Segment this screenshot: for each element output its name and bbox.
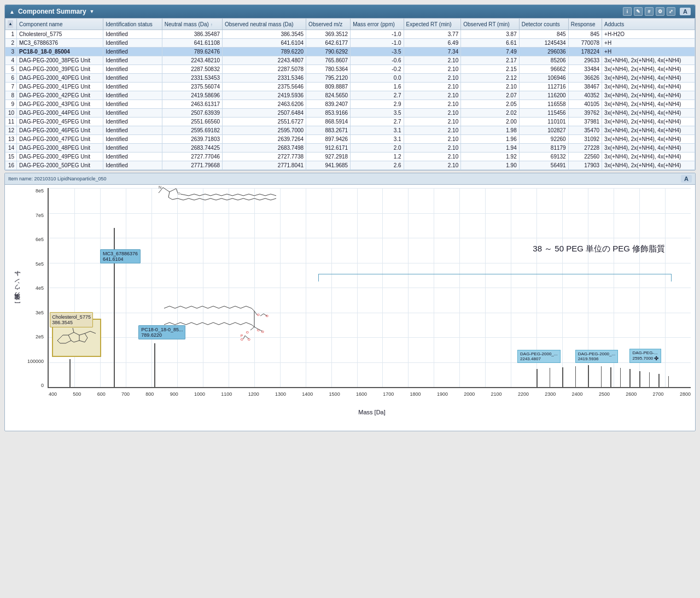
- dag-38-label-value: 2243.4807: [520, 356, 557, 361]
- x-tick-2500: 2500: [599, 391, 610, 397]
- cell-status: Identified: [103, 109, 162, 118]
- svg-text:O: O: [266, 314, 269, 318]
- col-mass-error[interactable]: Mass error (ppm): [351, 19, 404, 30]
- table-row[interactable]: 3 PC18-0_18-0_85004 Identified 789.62476…: [5, 48, 695, 56]
- cell-mass-error: 2.7: [351, 91, 404, 100]
- peg-annotation: 38 ～ 50 PEG 単位の PEG 修飾脂質: [533, 244, 665, 254]
- cell-mass-error: 3.1: [351, 135, 404, 144]
- settings-icon-btn[interactable]: ⚙: [656, 7, 664, 16]
- grid-v-12: [357, 188, 358, 387]
- cell-name: PC18-0_18-0_85004: [17, 48, 103, 56]
- table-row[interactable]: 4 DAG-PEG-2000_38PEG Unit Identified 224…: [5, 56, 695, 65]
- col-num[interactable]: ▲: [5, 19, 17, 30]
- cell-status: Identified: [103, 30, 162, 39]
- x-tick-1500: 1500: [329, 391, 340, 397]
- cell-num: 16: [5, 161, 17, 170]
- y-tick-labels: 8e5 7e5 6e5 5e5 4e5 3e5 2e5 100000 0: [25, 188, 48, 388]
- cell-adducts: 3x(+NH4), 2x(+NH4), 4x(+NH4): [602, 126, 695, 135]
- y-tick-5e5: 5e5: [36, 261, 45, 267]
- x-tick-2200: 2200: [518, 391, 529, 397]
- cell-observed-rt: 2.15: [461, 65, 520, 74]
- cell-detector-counts: 81179: [519, 144, 568, 153]
- cell-mass-error: 2.6: [351, 161, 404, 170]
- cell-expected-rt: 2.10: [404, 65, 461, 74]
- cell-obs-neutral-mass: 2419.5936: [223, 91, 306, 100]
- svg-line-2: [68, 335, 71, 341]
- cell-mass-error: 3.1: [351, 126, 404, 135]
- cell-adducts: 3x(+NH4), 2x(+NH4), 4x(+NH4): [602, 144, 695, 153]
- cell-obs-neutral-mass: 2551.6727: [223, 118, 306, 126]
- cell-obs-mz: 941.9685: [306, 161, 351, 170]
- x-tick-400: 400: [49, 391, 57, 397]
- cell-detector-counts: 116558: [519, 100, 568, 109]
- col-obs-mz[interactable]: Observed m/z: [306, 19, 351, 30]
- table-row[interactable]: 11 DAG-PEG-2000_45PEG Unit Identified 25…: [5, 118, 695, 126]
- table-row[interactable]: 15 DAG-PEG-2000_49PEG Unit Identified 27…: [5, 153, 695, 161]
- svg-text:O: O: [257, 313, 260, 316]
- svg-line-3: [66, 341, 71, 343]
- table-row[interactable]: 16 DAG-PEG-2000_50PEG Unit Identified 27…: [5, 161, 695, 170]
- x-tick-2600: 2600: [626, 391, 637, 397]
- peak-pc18: [154, 343, 155, 387]
- table-row[interactable]: 5 DAG-PEG-2000_39PEG Unit Identified 228…: [5, 65, 695, 74]
- cell-obs-mz: 897.9426: [306, 135, 351, 144]
- cell-detector-counts: 85206: [519, 56, 568, 65]
- dag-46-label-name: DAG-PEG-...: [632, 350, 658, 355]
- info-icon-btn[interactable]: i: [623, 7, 632, 16]
- cell-expected-rt: 2.10: [404, 83, 461, 91]
- cholesterol-label-value: 386.3545: [52, 320, 91, 325]
- cell-name: DAG-PEG-2000_41PEG Unit: [17, 83, 103, 91]
- cell-expected-rt: 6.49: [404, 39, 461, 48]
- col-expected-rt[interactable]: Expected RT (min): [404, 19, 461, 30]
- svg-line-14: [79, 341, 85, 342]
- cell-obs-neutral-mass: 2727.7738: [223, 153, 306, 161]
- cell-observed-rt: 2.12: [461, 74, 520, 83]
- svg-line-24: [180, 194, 189, 196]
- col-neutral-mass[interactable]: Neutral mass (Da) ↑: [162, 19, 222, 30]
- cell-observed-rt: 3.87: [461, 30, 520, 39]
- x-tick-1400: 1400: [302, 391, 313, 397]
- svg-line-41: [243, 336, 245, 339]
- cell-expected-rt: 2.10: [404, 161, 461, 170]
- col-response[interactable]: Response: [568, 19, 602, 30]
- cell-num: 8: [5, 91, 17, 100]
- cell-neutral-mass: 2375.56074: [162, 83, 222, 91]
- svg-text:O: O: [261, 330, 264, 333]
- table-row[interactable]: 13 DAG-PEG-2000_47PEG Unit Identified 26…: [5, 135, 695, 144]
- cell-detector-counts: 296036: [519, 48, 568, 56]
- x-tick-1700: 1700: [383, 391, 394, 397]
- cell-adducts: 3x(+NH4), 2x(+NH4), 4x(+NH4): [602, 65, 695, 74]
- edit-icon-btn[interactable]: ✎: [634, 7, 643, 16]
- cell-num: 6: [5, 74, 17, 83]
- grid-h-4: [49, 288, 691, 288]
- hash-icon-btn[interactable]: #: [645, 7, 654, 16]
- table-row[interactable]: 1 Cholesterol_5775 Identified 386.35487 …: [5, 30, 695, 39]
- grid-v-13: [382, 188, 383, 387]
- table-row[interactable]: 10 DAG-PEG-2000_44PEG Unit Identified 25…: [5, 109, 695, 118]
- table-row[interactable]: 12 DAG-PEG-2000_46PEG Unit Identified 25…: [5, 126, 695, 135]
- table-row[interactable]: 6 DAG-PEG-2000_40PEG Unit Identified 233…: [5, 74, 695, 83]
- cell-response: 178224: [568, 48, 602, 56]
- col-id-status[interactable]: Identification status: [103, 19, 162, 30]
- table-row[interactable]: 8 DAG-PEG-2000_42PEG Unit Identified 241…: [5, 91, 695, 100]
- table-row[interactable]: 9 DAG-PEG-2000_43PEG Unit Identified 246…: [5, 100, 695, 109]
- dropdown-arrow-icon[interactable]: ▼: [90, 9, 95, 14]
- cell-status: Identified: [103, 118, 162, 126]
- col-component-name[interactable]: Component name: [17, 19, 103, 30]
- cell-obs-mz: 809.8887: [306, 83, 351, 91]
- svg-line-21: [170, 189, 176, 192]
- col-detector[interactable]: Detector counts: [519, 19, 568, 30]
- table-row[interactable]: 14 DAG-PEG-2000_48PEG Unit Identified 26…: [5, 144, 695, 153]
- expand-icon-btn[interactable]: ⤢: [667, 7, 675, 16]
- cell-observed-rt: 1.92: [461, 153, 520, 161]
- panel-header-icons: i ✎ # ⚙ ⤢ A: [623, 7, 691, 16]
- cell-response: 38467: [568, 83, 602, 91]
- table-row[interactable]: 7 DAG-PEG-2000_41PEG Unit Identified 237…: [5, 83, 695, 91]
- col-observed-rt[interactable]: Observed RT (min): [461, 19, 520, 30]
- table-row[interactable]: 2 MC3_67886376 Identified 641.61108 641.…: [5, 39, 695, 48]
- svg-line-26: [168, 192, 170, 197]
- cell-name: DAG-PEG-2000_44PEG Unit: [17, 109, 103, 118]
- svg-line-16: [90, 331, 96, 333]
- col-adducts[interactable]: Adducts: [602, 19, 695, 30]
- col-obs-neutral[interactable]: Observed neutral mass (Da): [223, 19, 306, 30]
